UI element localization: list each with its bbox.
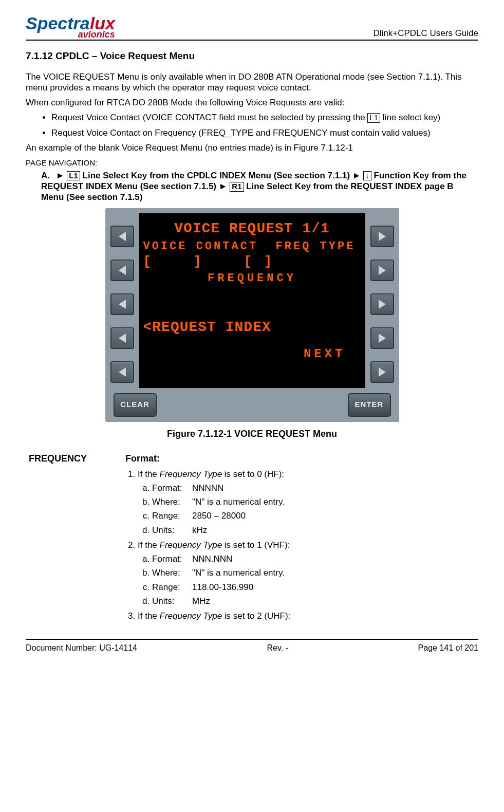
i2-c: Range:118.00-136.990 xyxy=(152,582,478,593)
bullet-1-text-a: Request Voice Contact (VOICE CONTACT fie… xyxy=(51,113,367,122)
lsk-left-column xyxy=(110,213,134,383)
i2-em: Frequency Type xyxy=(160,540,222,550)
page-navigation-step: A. ► L1 Line Select Key from the CPDLC I… xyxy=(41,170,478,203)
lsk-l5[interactable] xyxy=(110,361,134,383)
page-footer: Document Number: UG-14114 Rev. - Page 14… xyxy=(26,639,478,653)
i2-b: Where:"N" is a numerical entry. xyxy=(152,567,478,578)
screen-labels: VOICE CONTACT FREQ TYPE xyxy=(143,239,361,254)
i1-b-val: "N" is a numerical entry. xyxy=(192,496,285,507)
footer-doc-number: Document Number: UG-14114 xyxy=(26,643,137,653)
svg-marker-1 xyxy=(119,266,126,275)
svg-marker-5 xyxy=(379,232,386,241)
section-number: 7.1.12 xyxy=(26,50,53,61)
lsk-r5[interactable] xyxy=(370,361,394,383)
i2-text-a: If the xyxy=(138,540,160,550)
lsk-right-column xyxy=(370,213,394,383)
i1-b-key: Where: xyxy=(152,496,192,507)
screen-frequency-label: FREQUENCY xyxy=(143,271,361,286)
key-l1: L1 xyxy=(67,171,80,181)
i2-a-key: Format: xyxy=(152,553,192,564)
format-item-3: If the Frequency Type is set to 2 (UHF): xyxy=(138,611,478,621)
format-list: If the Frequency Type is set to 0 (HF): … xyxy=(125,469,478,622)
i2-b-val: "N" is a numerical entry. xyxy=(192,567,285,578)
mcdu-screen: VOICE REQUEST 1/1 VOICE CONTACT FREQ TYP… xyxy=(139,213,365,388)
i1-a-key: Format: xyxy=(152,483,192,493)
i1-d-key: Units: xyxy=(152,525,192,536)
page-navigation-label: PAGE NAVIGATION: xyxy=(26,158,478,168)
mcdu-device: VOICE REQUEST 1/1 VOICE CONTACT FREQ TYP… xyxy=(105,208,399,422)
svg-marker-3 xyxy=(119,334,126,343)
logo-main: Spectralux xyxy=(26,15,115,31)
svg-marker-2 xyxy=(119,300,126,309)
figure-caption: Figure 7.1.12-1 VOICE REQUEST Menu xyxy=(26,428,478,440)
format-item-1: If the Frequency Type is set to 0 (HF): … xyxy=(138,469,478,536)
key-down-arrow: ↓ xyxy=(363,171,371,181)
i1-c-val: 2850 – 28000 xyxy=(192,510,246,521)
i3-text-a: If the xyxy=(138,611,160,621)
i1-em: Frequency Type xyxy=(160,469,222,479)
screen-next: NEXT xyxy=(143,346,361,362)
i1-c: Range:2850 – 28000 xyxy=(152,510,478,521)
footer-revision: Rev. - xyxy=(267,643,288,653)
logo-sub: avionics xyxy=(26,30,115,39)
paragraph-1: The VOICE REQUEST Menu is only available… xyxy=(26,71,478,94)
section-title: 7.1.12 CPDLC – Voice Request Menu xyxy=(26,50,478,62)
i2-c-key: Range: xyxy=(152,582,192,593)
i1-text-a: If the xyxy=(138,469,160,479)
format-item-2: If the Frequency Type is set to 1 (VHF):… xyxy=(138,540,478,606)
i1-c-key: Range: xyxy=(152,510,192,521)
i1-d: Units:kHz xyxy=(152,525,478,536)
i2-a-val: NNN.NNN xyxy=(192,553,232,564)
svg-marker-8 xyxy=(379,334,386,343)
key-l1-inline: L1 xyxy=(367,113,380,123)
spec-grid: FREQUENCY Format: If the Frequency Type … xyxy=(26,453,478,625)
i1-text-b: is set to 0 (HF): xyxy=(222,469,284,479)
nav-seg-1: ► xyxy=(56,171,67,180)
nav-seg-2: Line Select Key from the CPDLC INDEX Men… xyxy=(80,171,364,180)
lsk-l4[interactable] xyxy=(110,327,134,349)
paragraph-2: When configured for RTCA DO 280B Mode th… xyxy=(26,97,478,108)
i2-d-key: Units: xyxy=(152,596,192,606)
lsk-l1[interactable] xyxy=(110,226,134,247)
screen-request-index: <REQUEST INDEX xyxy=(143,318,361,336)
i1-b: Where:"N" is a numerical entry. xyxy=(152,496,478,507)
section-heading: CPDLC – Voice Request Menu xyxy=(55,50,195,61)
lsk-r2[interactable] xyxy=(370,260,394,281)
i1-d-val: kHz xyxy=(192,525,207,536)
svg-marker-4 xyxy=(119,367,126,377)
lsk-l2[interactable] xyxy=(110,260,134,281)
screen-inputs: [ ] [ ] xyxy=(143,253,361,270)
i1-a: Format:NNNNN xyxy=(152,483,478,493)
svg-marker-9 xyxy=(379,367,386,377)
logo: Spectralux avionics xyxy=(26,15,115,39)
i2-text-b: is set to 1 (VHF): xyxy=(222,540,290,550)
lsk-l3[interactable] xyxy=(110,293,134,315)
clear-button[interactable]: CLEAR xyxy=(114,393,157,417)
lsk-r4[interactable] xyxy=(370,327,394,349)
i2-d: Units:MHz xyxy=(152,596,478,606)
enter-button[interactable]: ENTER xyxy=(348,393,391,417)
paragraph-3: An example of the blank Voice Request Me… xyxy=(26,142,478,153)
page-header: Spectralux avionics Dlink+CPDLC Users Gu… xyxy=(26,15,478,41)
nav-letter: A. xyxy=(41,170,53,181)
bullet-list: Request Voice Contact (VOICE CONTACT fie… xyxy=(41,112,478,138)
format-heading: Format: xyxy=(125,453,478,465)
figure: VOICE REQUEST 1/1 VOICE CONTACT FREQ TYP… xyxy=(26,208,478,422)
key-r1: R1 xyxy=(230,182,244,192)
screen-title: VOICE REQUEST 1/1 xyxy=(143,219,361,237)
lsk-r1[interactable] xyxy=(370,226,394,247)
i2-c-val: 118.00-136.990 xyxy=(192,582,253,593)
i3-text-b: is set to 2 (UHF): xyxy=(222,611,290,621)
bullet-2: Request Voice Contact on Frequency (FREQ… xyxy=(51,127,478,138)
spec-field-name: FREQUENCY xyxy=(26,453,125,465)
spec-body: Format: If the Frequency Type is set to … xyxy=(125,453,478,625)
i3-em: Frequency Type xyxy=(160,611,222,621)
bullet-1-text-b: line select key) xyxy=(380,113,440,122)
bullet-1: Request Voice Contact (VOICE CONTACT fie… xyxy=(51,112,478,123)
i2-a: Format:NNN.NNN xyxy=(152,553,478,564)
svg-marker-7 xyxy=(379,300,386,309)
guide-title: Dlink+CPDLC Users Guide xyxy=(373,28,478,39)
lsk-r3[interactable] xyxy=(370,293,394,315)
svg-marker-0 xyxy=(119,232,126,241)
footer-page-number: Page 141 of 201 xyxy=(418,643,478,653)
